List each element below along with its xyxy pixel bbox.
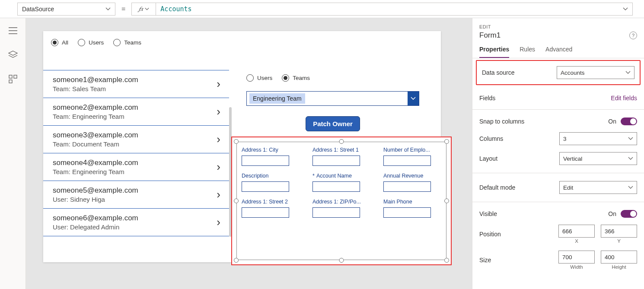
prop-fields: Fields Edit fields <box>479 91 637 105</box>
fx-icon: 𝑓𝑥 <box>139 5 143 13</box>
prop-label: Position <box>479 231 501 238</box>
prop-label: Visible <box>479 210 497 217</box>
resize-handle[interactable] <box>234 199 239 203</box>
dropdown-value: Engineering Team <box>249 93 305 104</box>
chevron-right-icon: › <box>217 105 220 118</box>
filter-radio-group: All Users Teams <box>43 31 441 46</box>
components-icon[interactable] <box>8 74 18 84</box>
chevron-right-icon: › <box>217 160 220 174</box>
resize-handle[interactable] <box>444 139 449 144</box>
default-mode-dropdown[interactable]: Edit <box>559 181 637 194</box>
tab-rules[interactable]: Rules <box>520 46 535 58</box>
prop-position: Position 666X 366Y <box>479 221 637 247</box>
edit-fields-link[interactable]: Edit fields <box>611 95 637 102</box>
chevron-right-icon: › <box>217 216 220 229</box>
section-appearance: Visible On Position 666X 366Y Size 700Wi… <box>472 202 644 277</box>
gallery-sub: Team: Document Team <box>53 140 138 148</box>
formula-input[interactable]: Accounts <box>156 3 633 16</box>
field-input[interactable] <box>312 156 360 166</box>
gallery-email: someone6@example.com <box>53 214 138 222</box>
radio-all[interactable]: All <box>51 39 68 46</box>
gallery-item[interactable]: someone5@example.comUser: Sidney Higa› <box>43 181 229 209</box>
form-field: Address 1: Street 2 <box>242 199 300 218</box>
field-input[interactable] <box>242 181 289 192</box>
resize-handle[interactable] <box>339 258 344 263</box>
position-y-input[interactable]: 366 <box>601 225 637 238</box>
section-fields: Fields Edit fields <box>472 87 644 110</box>
field-input[interactable] <box>242 207 289 218</box>
form-name-row: Form1 ? <box>479 31 637 40</box>
form-field: Address 1: City <box>242 147 300 166</box>
svg-rect-1 <box>14 75 17 78</box>
sub-label: Width <box>570 264 583 270</box>
property-dropdown[interactable]: DataSource <box>17 3 115 16</box>
chevron-right-icon: › <box>217 188 220 201</box>
prop-layout: Layout Vertical <box>479 149 637 168</box>
layout-dropdown[interactable]: Vertical <box>559 152 637 165</box>
resize-handle[interactable] <box>444 199 449 203</box>
chevron-right-icon: › <box>217 77 220 91</box>
prop-visible: Visible On <box>479 206 637 221</box>
radio-users[interactable]: Users <box>78 39 104 46</box>
field-input[interactable] <box>242 156 289 166</box>
resize-handle[interactable] <box>444 258 449 263</box>
gallery-sub: User: Delegated Admin <box>53 223 138 231</box>
svg-rect-2 <box>9 80 12 83</box>
prop-snap: Snap to columns On <box>479 114 637 129</box>
layers-icon[interactable] <box>8 50 18 60</box>
form-field: *Account Name <box>312 173 370 192</box>
formula-bar: DataSource = 𝑓𝑥 Accounts <box>0 0 644 18</box>
radio-owner-teams[interactable]: Teams <box>282 74 310 82</box>
formula-text: Accounts <box>160 5 191 13</box>
prop-label: Size <box>479 257 491 264</box>
tab-advanced[interactable]: Advanced <box>545 46 572 58</box>
prop-columns: Columns 3 <box>479 129 637 149</box>
help-icon[interactable]: ? <box>629 32 637 39</box>
app-canvas: All Users Teams someone1@example.comTeam… <box>43 31 441 262</box>
owner-controls: Users Teams Engineering Team Patch Owner <box>246 74 419 131</box>
visible-toggle[interactable] <box>621 210 637 218</box>
chevron-down-icon <box>628 185 633 190</box>
radio-teams[interactable]: Teams <box>113 39 141 46</box>
hamburger-icon[interactable] <box>8 26 18 35</box>
resize-handle[interactable] <box>234 258 239 263</box>
patch-owner-button[interactable]: Patch Owner <box>306 116 360 131</box>
form1-selection[interactable]: Address 1: CityAddress 1: Street 1Number… <box>231 137 452 265</box>
accounts-gallery[interactable]: someone1@example.comTeam: Sales Team›som… <box>43 70 229 236</box>
form-field: Address 1: ZIP/Po... <box>312 199 370 218</box>
size-height-input[interactable]: 400 <box>601 251 637 264</box>
form-fields-grid: Address 1: CityAddress 1: Street 1Number… <box>242 147 441 255</box>
field-label: Annual Revenue <box>383 173 435 179</box>
size-width-input[interactable]: 700 <box>558 251 595 264</box>
radio-owner-users[interactable]: Users <box>246 74 272 82</box>
field-input[interactable] <box>383 207 431 218</box>
canvas-area[interactable]: All Users Teams someone1@example.comTeam… <box>26 18 472 289</box>
field-input[interactable] <box>383 156 431 166</box>
gallery-item[interactable]: someone6@example.comUser: Delegated Admi… <box>43 209 229 236</box>
props-header: EDIT Form1 ? <box>472 18 644 40</box>
prop-label: Layout <box>479 155 497 162</box>
resize-handle[interactable] <box>234 139 239 144</box>
teams-dropdown[interactable]: Engineering Team <box>246 91 419 106</box>
gallery-sub: User: Sidney Higa <box>53 196 138 203</box>
gallery-item[interactable]: someone3@example.comTeam: Document Team› <box>43 126 229 153</box>
gallery-item[interactable]: someone2@example.comTeam: Engineering Te… <box>43 98 229 126</box>
data-source-dropdown[interactable]: Accounts <box>557 66 634 79</box>
position-x-input[interactable]: 666 <box>558 225 595 238</box>
field-input[interactable] <box>383 181 431 192</box>
tab-properties[interactable]: Properties <box>479 46 509 58</box>
fx-button[interactable]: 𝑓𝑥 <box>131 3 156 16</box>
gallery-item[interactable]: someone1@example.comTeam: Sales Team› <box>43 70 229 98</box>
radio-dot-icon <box>282 74 289 82</box>
radio-label: Users <box>89 39 104 46</box>
field-label: Address 1: Street 2 <box>242 199 293 205</box>
field-input[interactable] <box>312 207 360 218</box>
property-name: DataSource <box>22 6 54 13</box>
columns-dropdown[interactable]: 3 <box>559 132 637 145</box>
resize-handle[interactable] <box>339 139 344 144</box>
field-input[interactable] <box>312 181 360 192</box>
prop-size: Size 700Width 400Height <box>479 247 637 273</box>
snap-toggle[interactable] <box>621 118 637 125</box>
gallery-item[interactable]: someone4@example.comTeam: Engineering Te… <box>43 153 229 181</box>
gallery-email: someone3@example.com <box>53 131 138 140</box>
